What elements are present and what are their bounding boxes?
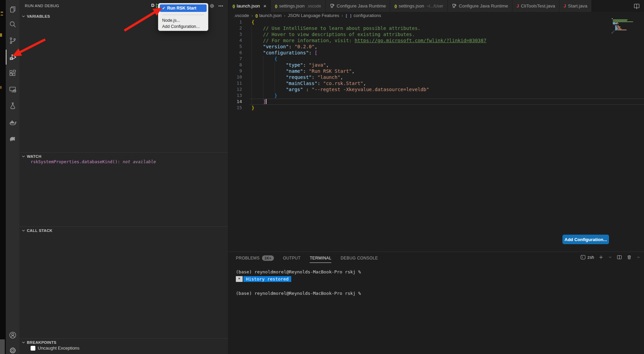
close-icon[interactable]: × (263, 3, 266, 9)
section-watch[interactable]: WATCH (19, 153, 228, 159)
panel-tab-debug-console[interactable]: DEBUG CONSOLE (341, 256, 378, 263)
breadcrumb-separator: › (284, 13, 285, 18)
terminal-icon (580, 254, 586, 260)
panel-tab-problems[interactable]: PROBLEMS1K+ (236, 255, 274, 263)
add-configuration-button[interactable]: Add Configuration... (562, 235, 609, 244)
activity-search[interactable] (6, 17, 19, 32)
section-label: VARIABLES (27, 14, 50, 18)
activity-extensions[interactable] (6, 66, 19, 81)
chevron-down-icon (608, 255, 612, 259)
panel-tab-output[interactable]: OUTPUT (283, 256, 301, 263)
activity-remote-explorer[interactable] (6, 82, 19, 97)
section-label: CALL STACK (27, 229, 52, 233)
json-icon: {} (394, 4, 397, 8)
line-content: "configurations": [ (242, 50, 317, 56)
line-content: // For more information, visit: https://… (242, 37, 486, 44)
indent-guide (263, 56, 263, 99)
background-mark (0, 86, 2, 89)
more-actions-icon[interactable] (218, 3, 224, 9)
tab-label: CliToolsTest.java (521, 3, 555, 9)
breadcrumb-item-configurations[interactable]: [ ]configurations (345, 13, 381, 18)
run-and-debug-icon (9, 53, 17, 62)
breadcrumb-label: JSON Language Features (288, 13, 339, 18)
maximize-panel-button[interactable] (636, 255, 641, 259)
tab-settings-json-user[interactable]: {}settings.json~/.../User (390, 0, 448, 12)
split-terminal-button[interactable] (616, 254, 622, 260)
code-line-9: 9 "name": "Run RSK Start", (228, 68, 644, 74)
new-terminal-button[interactable] (598, 254, 604, 260)
chevron-down-icon (21, 228, 26, 233)
terminal-blank-line (236, 283, 361, 290)
panel-tab-terminal[interactable]: TERMINAL (310, 256, 331, 263)
line-number: 2 (228, 25, 242, 31)
background-mark (0, 339, 5, 354)
code-lines: 1{2 // Use IntelliSense to learn about p… (228, 19, 644, 111)
breadcrumb-item-json-language-features[interactable]: JSON Language Features (288, 13, 339, 18)
chevron-down-icon (21, 154, 26, 159)
tab-label: settings.json (399, 3, 424, 9)
extensions-icon (8, 69, 17, 78)
activity-gradle[interactable] (6, 131, 19, 146)
breadcrumb-item-launch-json[interactable]: {}launch.json (255, 13, 281, 18)
activity-accounts[interactable] (6, 327, 19, 342)
line-content: "args" : "--regtest -Xkeyvalue.datasourc… (242, 86, 429, 92)
terminal-dropdown-button[interactable] (608, 255, 612, 259)
current-line-highlight (249, 99, 644, 105)
line-number: 9 (228, 68, 242, 74)
line-number: 14 (228, 99, 242, 105)
trash-icon (626, 254, 632, 260)
shell-label: zsh (588, 255, 594, 260)
breadcrumb-label: .vscode (234, 13, 249, 18)
activity-docker[interactable] (6, 115, 19, 130)
activity-source-control[interactable] (6, 33, 19, 48)
breadcrumb-item-vscode[interactable]: .vscode (234, 13, 249, 18)
activity-explorer[interactable] (6, 2, 19, 17)
minimap[interactable] (612, 18, 633, 34)
kill-terminal-button[interactable] (626, 254, 632, 260)
tab-start-java[interactable]: JStart.java (559, 0, 592, 12)
java-runtime-cup-icon (452, 3, 457, 9)
tab-settings-json-vscode[interactable]: {}settings.json.vscode (271, 0, 326, 12)
beaker-icon (8, 102, 17, 110)
activity-run-and-debug[interactable] (6, 50, 19, 65)
line-number: 4 (228, 37, 242, 44)
bottom-panel: PROBLEMS1K+OUTPUTTERMINALDEBUG CONSOLE z… (228, 252, 644, 354)
line-number: 3 (228, 31, 242, 37)
activity-testing[interactable] (6, 98, 19, 113)
menu-item-label: Node.js... (162, 17, 180, 23)
tab-description: ~/.../User (427, 4, 443, 9)
tab-configure-java-runtime[interactable]: Configure Java Runtime (326, 0, 390, 12)
code-editor[interactable]: 1{2 // Use IntelliSense to learn about p… (228, 19, 644, 114)
uncaught-exceptions-checkbox[interactable] (31, 346, 35, 351)
array-icon: [ ] (345, 14, 352, 18)
menu-item-add-configuration[interactable]: Add Configuration... (160, 23, 207, 30)
terminal-output[interactable]: (base) reynoldmorel@Reynolds-MacBook-Pro… (236, 268, 361, 297)
section-breakpoints[interactable]: BREAKPOINTS (19, 339, 228, 345)
code-line-8: 8 "type": "java", (228, 62, 644, 68)
chevron-down-icon (21, 340, 26, 345)
panel-tab-label: PROBLEMS (236, 256, 260, 260)
line-content: { (242, 56, 277, 62)
tab-configure-java-runtime[interactable]: Configure Java Runtime (448, 0, 512, 12)
history-star: * (236, 276, 243, 282)
section-divider (19, 338, 228, 339)
activity-settings[interactable] (6, 343, 19, 354)
line-number: 15 (228, 105, 242, 111)
section-call-stack[interactable]: CALL STACK (19, 227, 228, 234)
tab-launch-json[interactable]: {}launch.json× (228, 0, 271, 12)
code-line-7: 7 { (228, 56, 644, 62)
tab-label: Configure Java Runtime (337, 3, 386, 9)
remote-explorer-icon (8, 85, 17, 94)
launch-profile-item[interactable]: zsh (580, 254, 594, 260)
menu-item-run-rsk-start[interactable]: ✓ Run RSK Start (160, 4, 207, 12)
search-icon (8, 20, 17, 29)
code-line-4: 4 // For more information, visit: https:… (228, 37, 644, 44)
tab-clitoolstest-java[interactable]: JCliToolsTest.java (512, 0, 560, 12)
menu-item-nodejs[interactable]: Node.js... (160, 17, 207, 23)
debug-settings-gear-icon[interactable] (209, 3, 215, 9)
split-editor-icon[interactable] (633, 3, 640, 9)
chevron-down-icon (21, 14, 26, 19)
line-content: "request": "launch", (242, 74, 343, 80)
panel-actions: zsh (580, 254, 641, 260)
watch-expression-row[interactable]: rskSystemProperties.databaseKind(): not … (31, 159, 156, 164)
